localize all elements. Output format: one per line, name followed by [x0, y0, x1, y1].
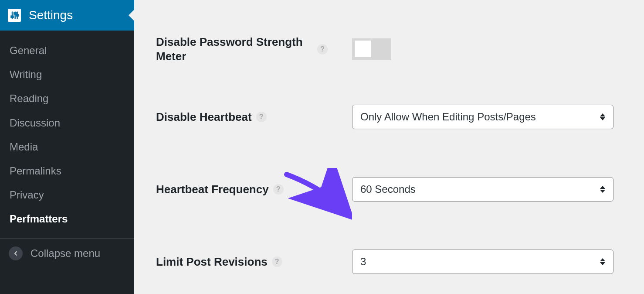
- collapse-menu-label: Collapse menu: [31, 247, 100, 260]
- help-icon[interactable]: ?: [317, 44, 328, 55]
- help-icon[interactable]: ?: [273, 184, 284, 195]
- chevron-left-icon: [9, 246, 23, 260]
- sidebar-submenu: General Writing Reading Discussion Media…: [0, 31, 134, 236]
- sidebar-item-label: Discussion: [10, 117, 60, 129]
- select-disable-heartbeat[interactable]: Only Allow When Editing Posts/Pages: [352, 105, 613, 129]
- label-limit-post-revisions: Limit Post Revisions: [156, 255, 268, 269]
- svg-rect-3: [11, 16, 14, 17]
- sidebar-item-label: Writing: [10, 68, 42, 80]
- collapse-menu-button[interactable]: Collapse menu: [0, 238, 134, 268]
- sidebar-item-label: Privacy: [10, 189, 44, 201]
- sidebar-item-label: Reading: [10, 92, 48, 104]
- sliders-icon: [8, 9, 21, 22]
- select-caret-icon: [600, 257, 607, 267]
- label-disable-heartbeat: Disable Heartbeat: [156, 110, 252, 124]
- select-heartbeat-frequency[interactable]: 60 Seconds: [352, 177, 613, 202]
- sidebar-item-perfmatters[interactable]: Perfmatters: [0, 207, 134, 231]
- sidebar-item-general[interactable]: General: [0, 38, 134, 62]
- row-disable-password-meter: Disable Password Strength Meter ?: [156, 0, 618, 81]
- sidebar-item-permalinks[interactable]: Permalinks: [0, 159, 134, 183]
- help-icon[interactable]: ?: [256, 112, 267, 122]
- sidebar-item-reading[interactable]: Reading: [0, 86, 134, 110]
- sidebar-item-label: Perfmatters: [10, 213, 68, 225]
- sidebar-item-label: General: [10, 44, 47, 56]
- toggle-disable-password-meter[interactable]: [352, 38, 391, 60]
- sidebar-item-writing[interactable]: Writing: [0, 62, 134, 86]
- help-icon[interactable]: ?: [272, 256, 282, 267]
- row-heartbeat-frequency: Heartbeat Frequency ? 60 Seconds: [156, 153, 618, 226]
- select-limit-post-revisions[interactable]: 3: [352, 250, 613, 274]
- label-heartbeat-frequency: Heartbeat Frequency: [156, 182, 269, 197]
- row-limit-post-revisions: Limit Post Revisions ? 3: [156, 226, 618, 294]
- sidebar-header-settings[interactable]: Settings: [0, 0, 134, 31]
- select-caret-icon: [600, 185, 607, 194]
- sidebar-item-privacy[interactable]: Privacy: [0, 183, 134, 207]
- toggle-knob: [354, 40, 372, 58]
- admin-sidebar: Settings General Writing Reading Discuss…: [0, 0, 134, 294]
- sidebar-item-media[interactable]: Media: [0, 135, 134, 159]
- select-value: Only Allow When Editing Posts/Pages: [360, 111, 536, 123]
- row-disable-heartbeat: Disable Heartbeat ? Only Allow When Edit…: [156, 81, 618, 153]
- settings-form: Disable Password Strength Meter ? Disabl…: [134, 0, 644, 294]
- svg-rect-4: [14, 13, 16, 14]
- select-value: 60 Seconds: [360, 183, 416, 195]
- svg-rect-5: [16, 14, 18, 16]
- label-disable-password-meter: Disable Password Strength Meter: [156, 35, 313, 63]
- sidebar-item-label: Media: [10, 141, 38, 153]
- sidebar-header-title: Settings: [29, 8, 73, 22]
- sidebar-item-label: Permalinks: [10, 165, 61, 177]
- sidebar-item-discussion[interactable]: Discussion: [0, 111, 134, 135]
- select-caret-icon: [600, 112, 607, 122]
- select-value: 3: [360, 256, 366, 268]
